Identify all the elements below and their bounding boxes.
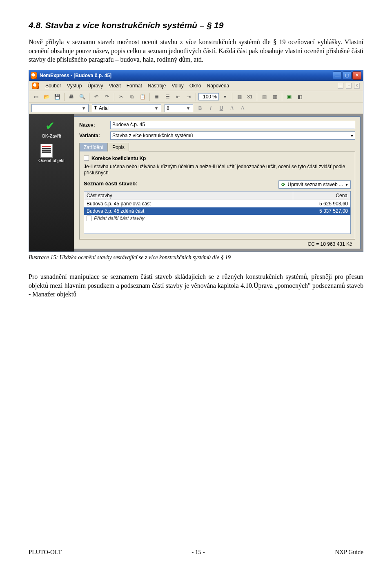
workarea: ✔ OK-Zavřít Ocenit objekt Název: Budova … (29, 114, 363, 252)
tabs: Zatřídění Popis (79, 143, 355, 151)
chevron-down-icon: ▾ (185, 105, 191, 111)
menu-vystup[interactable]: Výstup (67, 83, 82, 89)
new-doc-icon (87, 216, 91, 221)
part-name: Budova č.p. 45 zděná část (87, 208, 291, 214)
kp-help-text: Je-li stavba určena nebo užívána k různý… (84, 164, 351, 176)
paragraph-2: Pro usnadnění manipulace se seznamem čás… (29, 272, 363, 299)
menubar: Soubor Výstup Úpravy Vložit Formát Nástr… (29, 81, 363, 91)
font-size: 8 (167, 105, 169, 111)
titlebar: NemExpress - [Budova č.p. 45] — ▢ ✕ (29, 70, 363, 81)
preview-icon[interactable]: 🔍 (78, 92, 87, 101)
parts-list: Část stavby Cena Budova č.p. 45 panelová… (84, 191, 351, 234)
undo-icon[interactable]: ↶ (92, 92, 101, 101)
menu-nastroje[interactable]: Nástroje (148, 83, 166, 89)
col-part[interactable]: Část stavby (84, 191, 293, 200)
document-icon (40, 144, 53, 158)
left-action-panel: ✔ OK-Zavřít Ocenit objekt (29, 114, 74, 252)
bullets-icon[interactable]: ≣ (152, 92, 161, 101)
add-part-row[interactable]: Přidat další část stavby (84, 215, 350, 222)
minimize-button[interactable]: — (333, 71, 342, 80)
tool-a-icon[interactable]: ▤ (260, 92, 269, 101)
status-bar: CC = 10 963 431 Kč (79, 239, 355, 249)
mdi-close[interactable]: × (354, 83, 360, 89)
ok-close-button[interactable]: ✔ OK-Zavřít (42, 119, 61, 138)
varianta-combo[interactable]: Stavba z více konstrukčních systémů ▾ (110, 131, 355, 140)
paragraph-1: Nově přibyla v seznamu staveb možnost oc… (29, 38, 363, 64)
kp-checkbox[interactable] (84, 156, 89, 161)
tool-d-icon[interactable]: ◧ (295, 92, 304, 101)
mdi-restore[interactable]: ▫ (346, 83, 352, 89)
copy-icon[interactable]: ⧉ (127, 92, 136, 101)
menu-upravy[interactable]: Úpravy (87, 83, 103, 89)
menu-soubor[interactable]: Soubor (45, 83, 61, 89)
mdi-minimize[interactable]: – (338, 83, 343, 89)
fontcolor-a-button[interactable]: A (228, 105, 236, 111)
col-price[interactable]: Cena (293, 191, 350, 200)
style-combo[interactable]: ▾ (31, 104, 89, 112)
zoom-field[interactable]: 100 % (198, 93, 219, 100)
menu-format[interactable]: Formát (127, 83, 142, 89)
footer-right: NXP Guide (335, 549, 363, 556)
menu-vlozit[interactable]: Vložit (109, 83, 120, 89)
calc-icon[interactable]: ▦ (235, 92, 244, 101)
list-item-selected[interactable]: Budova č.p. 45 zděná část 5 337 527,00 (84, 207, 350, 215)
bold-button[interactable]: B (196, 105, 204, 111)
tab-popis[interactable]: Popis (108, 143, 129, 151)
font-name: Arial (99, 105, 109, 111)
open-icon[interactable]: 📂 (42, 92, 51, 101)
paste-icon[interactable]: 📋 (138, 92, 147, 101)
mdi-controls: – ▫ × (338, 83, 360, 89)
close-button[interactable]: ✕ (352, 71, 361, 80)
edit-list-label: Upravit seznam staveb ... (288, 182, 343, 187)
varianta-label: Varianta: (79, 133, 107, 138)
app-icon (31, 72, 37, 79)
chevron-down-icon: ▾ (345, 182, 348, 187)
tool-b-icon[interactable]: ▥ (270, 92, 279, 101)
refresh-icon: ⟳ (281, 182, 285, 187)
new-icon[interactable]: ▭ (31, 92, 40, 101)
nazev-input[interactable]: Budova č.p. 45 (110, 121, 355, 129)
numbered-icon[interactable]: ☰ (163, 92, 172, 101)
save-icon[interactable]: 💾 (53, 92, 62, 101)
part-price: 5 337 527,00 (291, 208, 348, 214)
figure-caption: Ilustrace 15: Ukázka ocenění stavby sest… (29, 254, 363, 261)
tab-zatrideni[interactable]: Zatřídění (79, 143, 108, 151)
fontsize-combo[interactable]: 8 ▾ (165, 104, 193, 112)
detail-panel: Název: Budova č.p. 45 Varianta: Stavba z… (74, 116, 361, 249)
page-footer: PLUTO-OLT - 15 - NXP Guide (29, 549, 363, 556)
redo-icon[interactable]: ↷ (102, 92, 111, 101)
menu-okno[interactable]: Okno (189, 83, 201, 89)
app-window: NemExpress - [Budova č.p. 45] — ▢ ✕ Soub… (29, 70, 363, 252)
outdent-icon[interactable]: ⇤ (174, 92, 183, 101)
chevron-down-icon: ▾ (351, 133, 353, 138)
indent-icon[interactable]: ⇥ (184, 92, 193, 101)
menu-volby[interactable]: Volby (172, 83, 183, 89)
tool-c-icon[interactable]: ▣ (285, 92, 294, 101)
footer-center: - 15 - (192, 549, 205, 556)
edit-list-button[interactable]: ⟳ Upravit seznam staveb ... ▾ (278, 180, 351, 189)
footer-left: PLUTO-OLT (29, 549, 62, 556)
part-name: Budova č.p. 45 panelová část (87, 201, 291, 207)
chevron-down-icon: ▾ (81, 105, 87, 111)
kp-label: Korekce koeficientu Kp (91, 156, 146, 161)
ocenit-label: Ocenit objekt (38, 158, 65, 163)
underline-button[interactable]: U (218, 105, 225, 111)
ok-close-label: OK-Zavřít (42, 134, 61, 138)
calendar-icon[interactable]: 31 (245, 92, 254, 101)
check-icon: ✔ (45, 119, 55, 133)
section-heading: 4.8. Stavba z více konstrukčních systémů… (29, 20, 363, 30)
chevron-down-icon: ▾ (154, 105, 159, 111)
font-combo[interactable]: T Arial ▾ (92, 104, 161, 112)
add-part-label: Přidat další část stavby (94, 216, 144, 221)
menu-napoveda[interactable]: Nápověda (207, 83, 229, 89)
fontcolor-b-button[interactable]: A (239, 105, 246, 111)
list-item[interactable]: Budova č.p. 45 panelová část 5 625 903,6… (84, 200, 350, 207)
menu-app-icon (32, 82, 39, 89)
cut-icon[interactable]: ✂ (117, 92, 126, 101)
print-icon[interactable]: 🖶 (67, 92, 76, 101)
ocenit-button[interactable]: Ocenit objekt (38, 143, 65, 163)
zoom-dropdown-icon[interactable]: ▾ (220, 92, 229, 101)
maximize-button[interactable]: ▢ (343, 71, 352, 80)
toolbar-main: ▭ 📂 💾 🖶 🔍 ↶ ↷ ✂ ⧉ 📋 ≣ ☰ ⇤ ⇥ 100 % ▾ ▦ 31 (29, 91, 363, 103)
italic-button[interactable]: I (207, 105, 214, 111)
